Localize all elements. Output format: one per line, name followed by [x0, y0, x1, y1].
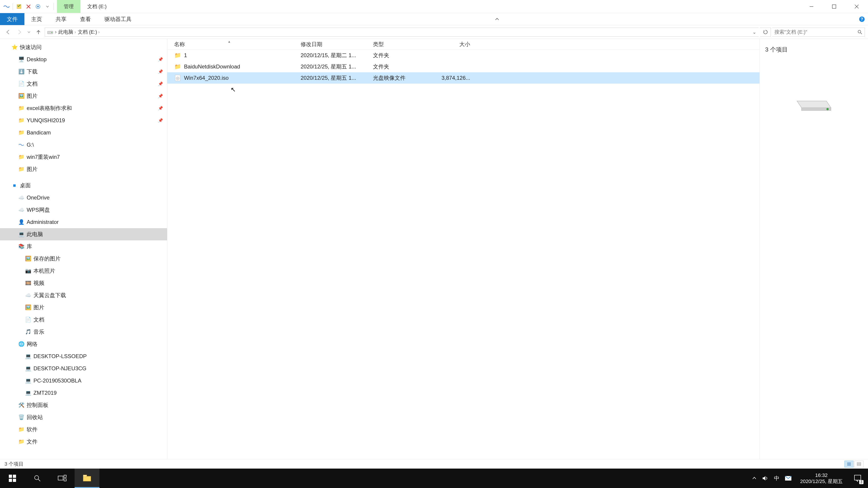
music-icon: 🎵: [25, 329, 31, 335]
qat-dropdown-icon[interactable]: [43, 2, 52, 11]
nav-net-pc3[interactable]: 💻PC-20190530OBLA: [0, 375, 167, 387]
nav-pictures[interactable]: 🖼️图片📌: [0, 90, 167, 102]
nav-libraries[interactable]: 📚库: [0, 240, 167, 253]
refresh-button[interactable]: [760, 28, 771, 37]
nav-net-pc2[interactable]: 💻DESKTOP-NJEU3CG: [0, 362, 167, 375]
nav-wps[interactable]: ☁️WPS网盘: [0, 204, 167, 216]
nav-thispc[interactable]: 💻此电脑: [0, 228, 167, 240]
search-icon[interactable]: [857, 30, 862, 35]
nav-downloads[interactable]: ⬇️下载📌: [0, 66, 167, 78]
downloads-icon: ⬇️: [18, 68, 24, 75]
view-icons-button[interactable]: [855, 461, 864, 467]
nav-lib-tianyi[interactable]: ☁️天翼云盘下载: [0, 289, 167, 301]
back-button[interactable]: [3, 27, 13, 37]
file-list[interactable]: 名称▴ 修改日期 类型 大小 📁1 2020/12/15, 星期二 1... 文…: [167, 39, 760, 459]
tray-volume-icon[interactable]: [762, 476, 769, 481]
col-size[interactable]: 大小: [434, 41, 475, 48]
svg-point-4: [37, 6, 39, 7]
nav-tree[interactable]: ⭐快速访问 🖥️Desktop📌 ⬇️下载📌 📄文档📌 🖼️图片📌 📁excel…: [0, 39, 167, 459]
address-bar: › 此电脑› 文档 (E:)› ⌄: [0, 25, 868, 39]
svg-rect-25: [860, 462, 861, 464]
col-name[interactable]: 名称▴: [174, 41, 301, 48]
crumb-location[interactable]: 文档 (E:)›: [78, 29, 100, 35]
nav-folder-yunqishi[interactable]: 📁YUNQISHI2019📌: [0, 114, 167, 127]
nav-folder-soft[interactable]: 📁软件: [0, 423, 167, 435]
nav-folder-pictures2[interactable]: 📁图片: [0, 163, 167, 175]
drive-preview-icon: [793, 88, 835, 112]
svg-rect-31: [13, 479, 16, 482]
contextual-tab-manage[interactable]: 管理: [57, 0, 81, 13]
crumb-thispc[interactable]: 此电脑›: [58, 29, 76, 35]
nav-recycle[interactable]: 🗑️回收站: [0, 411, 167, 423]
tray-clock[interactable]: 16:32 2020/12/25, 星期五: [797, 472, 846, 485]
status-count: 3 个项目: [4, 461, 24, 467]
taskbar-explorer[interactable]: [74, 468, 99, 488]
qat-delete-icon[interactable]: [24, 2, 33, 11]
search-input[interactable]: [774, 29, 857, 35]
nav-desktop[interactable]: 🖥️Desktop📌: [0, 53, 167, 66]
tray-ime[interactable]: 中: [774, 475, 779, 482]
tray-mail-icon[interactable]: [785, 476, 792, 481]
col-type[interactable]: 类型: [373, 41, 434, 48]
close-button[interactable]: [845, 0, 868, 13]
address-dropdown-icon[interactable]: ⌄: [752, 29, 756, 35]
qat-undo-icon[interactable]: [34, 2, 42, 11]
cloud-icon: ☁️: [25, 292, 31, 298]
nav-control-panel[interactable]: 🛠️控制面板: [0, 399, 167, 411]
svg-rect-28: [9, 475, 12, 478]
nav-lib-docs[interactable]: 📄文档: [0, 314, 167, 326]
nav-folder-excel[interactable]: 📁excel表格制作求和📌: [0, 102, 167, 114]
tray-chevron-icon[interactable]: [752, 476, 757, 481]
up-button[interactable]: [33, 27, 43, 37]
file-row[interactable]: 📁1 2020/12/15, 星期二 1... 文件夹: [167, 50, 760, 61]
nav-drive-g[interactable]: G:\: [0, 139, 167, 151]
nav-lib-camera[interactable]: 📷本机照片: [0, 265, 167, 277]
tray-notifications[interactable]: 3: [851, 472, 864, 485]
view-details-button[interactable]: [844, 461, 854, 467]
minimize-button[interactable]: [800, 0, 823, 13]
maximize-button[interactable]: [823, 0, 845, 13]
tab-home[interactable]: 主页: [24, 13, 49, 25]
nav-documents[interactable]: 📄文档📌: [0, 78, 167, 90]
quick-access-toolbar: [0, 2, 57, 11]
search-box[interactable]: [772, 28, 865, 37]
nav-folder-win7[interactable]: 📁win7重装win7: [0, 151, 167, 163]
nav-lib-savedpics[interactable]: 🖼️保存的图片: [0, 253, 167, 265]
tab-drive-tools[interactable]: 驱动器工具: [98, 13, 138, 25]
nav-desktop-root[interactable]: ■桌面: [0, 180, 167, 192]
nav-user[interactable]: 👤Administrator: [0, 216, 167, 228]
nav-lib-video[interactable]: 🎞️视频: [0, 277, 167, 289]
pin-icon: 📌: [158, 81, 163, 86]
tab-share[interactable]: 共享: [49, 13, 73, 25]
nav-net-pc4[interactable]: 💻ZMT2019: [0, 387, 167, 399]
breadcrumb[interactable]: › 此电脑› 文档 (E:)› ⌄: [45, 28, 758, 37]
forward-button[interactable]: [14, 27, 24, 37]
nav-onedrive[interactable]: ☁️OneDrive: [0, 192, 167, 204]
titlebar: 管理 文档 (E:): [0, 0, 868, 13]
nav-net-pc1[interactable]: 💻DESKTOP-LSSOEDP: [0, 350, 167, 362]
file-row[interactable]: 📁BaiduNetdiskDownload 2020/12/25, 星期五 1.…: [167, 61, 760, 72]
qat-app-icon[interactable]: [2, 2, 11, 11]
svg-rect-6: [832, 5, 836, 8]
nav-lib-music[interactable]: 🎵音乐: [0, 326, 167, 338]
taskview-button[interactable]: [50, 468, 74, 488]
recent-dropdown-icon[interactable]: [26, 27, 32, 37]
help-icon[interactable]: ?: [856, 13, 868, 25]
ribbon-expand-icon[interactable]: [491, 13, 503, 25]
nav-network[interactable]: 🌐网络: [0, 338, 167, 350]
tab-file[interactable]: 文件: [0, 13, 24, 25]
start-button[interactable]: [0, 468, 25, 488]
chevron-right-icon[interactable]: ›: [55, 29, 57, 35]
search-button[interactable]: [25, 468, 50, 488]
nav-lib-pics[interactable]: 🖼️图片: [0, 301, 167, 314]
pin-icon: 📌: [158, 94, 163, 98]
col-date[interactable]: 修改日期: [301, 41, 373, 48]
nav-quick-access[interactable]: ⭐快速访问: [0, 41, 167, 53]
qat-properties-icon[interactable]: [15, 2, 23, 11]
file-row-selected[interactable]: Win7x64_2020.iso 2020/12/25, 星期五 1... 光盘…: [167, 72, 760, 84]
nav-folder-bandicam[interactable]: 📁Bandicam: [0, 127, 167, 139]
svg-rect-34: [58, 476, 63, 480]
tab-view[interactable]: 查看: [73, 13, 98, 25]
pin-icon: 📌: [158, 118, 163, 123]
nav-folder-files[interactable]: 📁文件: [0, 435, 167, 448]
